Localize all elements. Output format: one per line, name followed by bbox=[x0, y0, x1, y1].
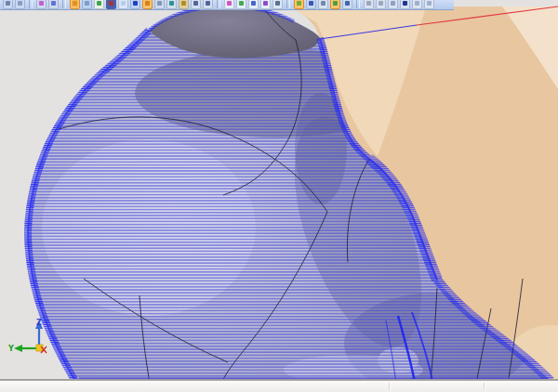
spreadsheet-icon[interactable] bbox=[94, 0, 104, 9]
draw-spline-icon[interactable] bbox=[260, 0, 271, 9]
new-window-icon[interactable] bbox=[82, 0, 92, 9]
status-bar bbox=[0, 380, 558, 392]
redraw-z-icon[interactable] bbox=[400, 0, 410, 9]
zoom-window-icon[interactable] bbox=[388, 0, 398, 9]
material-gold-icon[interactable] bbox=[179, 0, 189, 9]
simulate-icon[interactable] bbox=[364, 0, 374, 9]
z-axis-label: Z bbox=[36, 319, 42, 327]
fit-view-icon[interactable] bbox=[424, 0, 434, 9]
filter-funnel-icon[interactable] bbox=[48, 0, 59, 9]
grid-snap-icon[interactable] bbox=[342, 0, 352, 9]
draw-line-icon[interactable] bbox=[236, 0, 246, 9]
toolbar-separator bbox=[62, 0, 66, 8]
shaded-sphere-icon[interactable] bbox=[130, 0, 140, 9]
status-divider bbox=[389, 383, 390, 390]
zoom-out-icon[interactable] bbox=[203, 0, 213, 9]
mesh-view-icon[interactable] bbox=[306, 0, 316, 9]
status-divider bbox=[484, 383, 485, 390]
wire-box-icon[interactable] bbox=[154, 0, 165, 9]
toolbar-separator bbox=[356, 0, 360, 8]
open-file-icon[interactable] bbox=[70, 0, 80, 9]
select-arrow-icon[interactable] bbox=[3, 0, 13, 9]
toolbar-separator bbox=[29, 0, 33, 8]
selection-wand-icon[interactable] bbox=[36, 0, 46, 9]
verify-icon[interactable] bbox=[376, 0, 386, 9]
rotate-view-icon[interactable] bbox=[412, 0, 422, 9]
curve-tool-icon[interactable] bbox=[166, 0, 177, 9]
draw-arc-icon[interactable] bbox=[248, 0, 259, 9]
surface-offset-icon[interactable] bbox=[330, 0, 340, 9]
zoom-in-icon[interactable] bbox=[191, 0, 201, 9]
pan-hand-icon[interactable] bbox=[15, 0, 25, 9]
surface-create-icon[interactable] bbox=[294, 0, 304, 9]
save-floppy-icon[interactable] bbox=[106, 0, 116, 9]
toolbar-separator bbox=[217, 0, 220, 8]
draw-point-icon[interactable] bbox=[224, 0, 234, 9]
cad-application-window: Z Y bbox=[0, 0, 558, 392]
toolbar-separator bbox=[286, 0, 290, 8]
blank-doc-icon[interactable] bbox=[118, 0, 128, 9]
measure-icon[interactable] bbox=[272, 0, 283, 9]
y-axis-label: Y bbox=[7, 345, 14, 353]
toggle-stock-icon[interactable] bbox=[142, 0, 153, 9]
trim-surface-icon[interactable] bbox=[318, 0, 328, 9]
viewport-3d[interactable]: Z Y bbox=[0, 0, 558, 392]
main-toolbar[interactable] bbox=[0, 0, 454, 10]
